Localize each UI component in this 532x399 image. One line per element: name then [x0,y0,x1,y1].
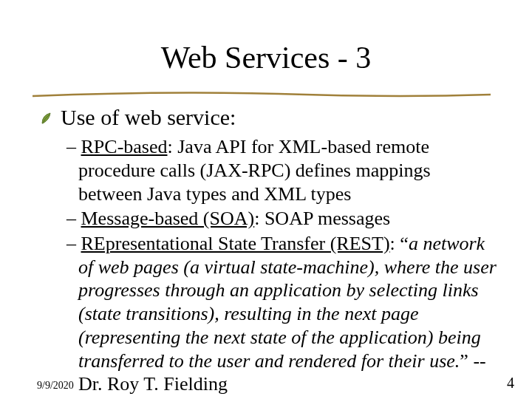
bullet-soa: – Message-based (SOA): SOAP messages [40,207,498,231]
page-number: 4 [507,375,514,392]
leaf-bullet-icon [40,106,55,131]
dash-icon: – [66,136,81,157]
slide-title: Web Services - 3 [0,40,532,75]
level1-item: Use of web service: [40,105,498,132]
footer-date: 9/9/2020 [37,380,74,392]
slide: Web Services - 3 Use of web service: – R… [0,0,532,399]
level1-text: Use of web service: [61,105,236,129]
text: RPC-based [81,136,168,157]
text: Message-based (SOA) [81,208,255,229]
text: : “ [390,233,409,254]
text: REpresentational State Transfer (REST) [81,233,390,254]
body: Use of web service: – RPC-based: Java AP… [40,105,498,396]
text: : SOAP messages [254,208,390,229]
bullet-rpc: – RPC-based: Java API for XML-based remo… [40,135,498,205]
dash-icon: – [66,208,81,229]
bullet-rest: – REpresentational State Transfer (REST)… [40,232,498,396]
dash-icon: – [66,233,81,254]
title-divider [33,92,491,98]
